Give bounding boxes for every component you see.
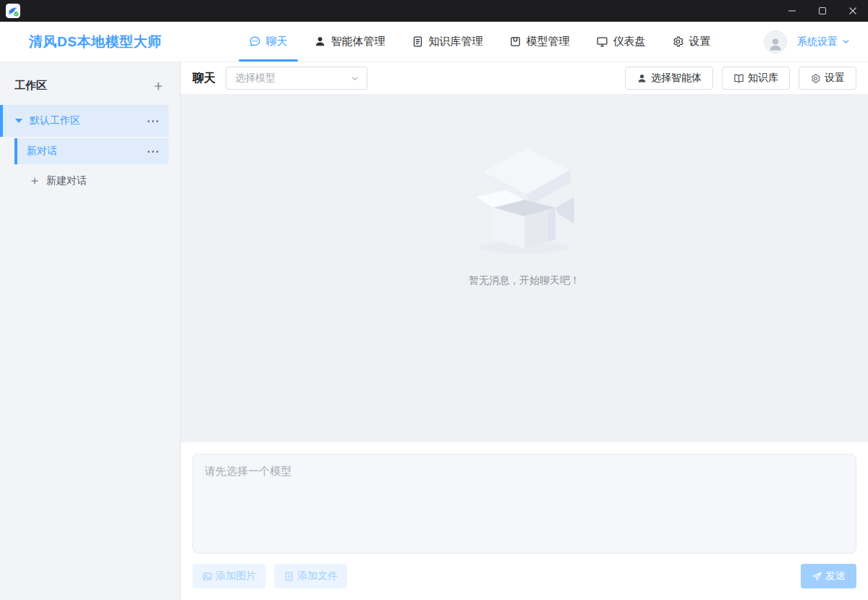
user-icon xyxy=(314,35,326,48)
monitor-icon xyxy=(596,35,608,48)
sidebar-item-conversation[interactable]: 新对话 xyxy=(14,138,169,164)
sidebar: 工作区 默认工作区 新对话 新建对话 xyxy=(0,62,181,600)
sidebar-item-workspace[interactable]: 默认工作区 xyxy=(0,105,169,137)
chat-settings-button[interactable]: 设置 xyxy=(799,67,856,90)
model-select[interactable]: 选择模型 xyxy=(226,67,367,90)
chat-toolbar: 聊天 选择模型 选择智能体 知识库 设置 xyxy=(181,62,868,95)
app-header: 清风DS本地模型大师 聊天 智能体管理 知识库管理 模型管理 仪表盘 xyxy=(0,22,868,62)
tab-label: 设置 xyxy=(689,35,711,48)
tab-label: 仪表盘 xyxy=(613,35,646,48)
chat-bubble-icon xyxy=(249,35,261,48)
tab-label: 聊天 xyxy=(266,35,288,48)
maximize-button[interactable] xyxy=(807,0,838,22)
empty-state-text: 暂无消息，开始聊天吧！ xyxy=(469,274,580,287)
empty-box-illustration xyxy=(463,141,586,255)
paper-plane-icon xyxy=(812,571,822,582)
add-image-label: 添加图片 xyxy=(216,570,256,583)
send-button[interactable]: 发送 xyxy=(801,564,856,588)
model-select-placeholder: 选择模型 xyxy=(235,72,350,85)
avatar[interactable] xyxy=(764,30,787,54)
tab-dashboard[interactable]: 仪表盘 xyxy=(595,22,647,62)
composer-footer: 添加图片 添加文件 发送 xyxy=(192,564,856,588)
new-conversation-button[interactable]: 新建对话 xyxy=(0,164,180,198)
sidebar-header: 工作区 xyxy=(0,62,180,105)
gear-icon xyxy=(810,73,821,84)
box-icon xyxy=(509,35,522,48)
tab-settings[interactable]: 设置 xyxy=(671,22,712,62)
conversation-menu-button[interactable] xyxy=(148,148,158,156)
tab-agent-management[interactable]: 智能体管理 xyxy=(312,22,387,62)
caret-down-icon xyxy=(15,119,22,123)
close-button[interactable] xyxy=(838,0,868,22)
chevron-down-icon xyxy=(350,74,359,83)
close-icon xyxy=(848,7,857,15)
tab-label: 知识库管理 xyxy=(429,35,483,48)
tab-model-management[interactable]: 模型管理 xyxy=(508,22,571,62)
main-nav: 聊天 智能体管理 知识库管理 模型管理 仪表盘 设置 xyxy=(247,22,712,62)
knowledge-base-label: 知识库 xyxy=(748,72,778,85)
add-image-button[interactable]: 添加图片 xyxy=(192,564,265,588)
app-title: 清风DS本地模型大师 xyxy=(29,33,195,51)
open-book-icon xyxy=(733,73,744,84)
tab-label: 智能体管理 xyxy=(331,35,386,48)
person-icon xyxy=(767,35,784,53)
header-right: 系统设置 xyxy=(764,30,851,54)
tab-label: 模型管理 xyxy=(527,35,570,48)
add-workspace-button[interactable] xyxy=(153,80,164,92)
select-agent-label: 选择智能体 xyxy=(651,72,702,85)
select-agent-button[interactable]: 选择智能体 xyxy=(625,67,713,90)
minimize-icon xyxy=(788,7,796,15)
titlebar xyxy=(0,0,868,22)
send-label: 发送 xyxy=(825,570,846,583)
picture-icon xyxy=(202,571,213,582)
chat-settings-label: 设置 xyxy=(825,72,845,85)
workspace-menu-button[interactable] xyxy=(148,117,158,125)
minimize-button[interactable] xyxy=(777,0,807,22)
maximize-icon xyxy=(818,7,827,15)
message-input[interactable] xyxy=(192,454,856,554)
chat-panel: 聊天 选择模型 选择智能体 知识库 设置 xyxy=(181,62,868,600)
message-area: 暂无消息，开始聊天吧！ xyxy=(181,95,868,442)
toolbar-actions: 选择智能体 知识库 设置 xyxy=(625,67,856,90)
system-settings-button[interactable]: 系统设置 xyxy=(797,35,851,48)
workspace-label: 默认工作区 xyxy=(30,114,148,127)
user-icon xyxy=(637,73,647,84)
document-icon xyxy=(412,35,424,48)
window-controls xyxy=(777,0,868,22)
app-logo-icon xyxy=(6,4,20,18)
chevron-down-icon xyxy=(841,37,851,46)
plus-icon xyxy=(153,80,164,92)
plus-icon xyxy=(30,176,40,186)
new-conversation-label: 新建对话 xyxy=(46,174,87,187)
chat-title: 聊天 xyxy=(192,71,216,86)
add-file-button[interactable]: 添加文件 xyxy=(274,564,347,588)
knowledge-base-button[interactable]: 知识库 xyxy=(722,67,790,90)
gear-icon xyxy=(672,35,684,48)
app-window: 清风DS本地模型大师 聊天 智能体管理 知识库管理 模型管理 仪表盘 xyxy=(0,0,868,600)
tab-chat[interactable]: 聊天 xyxy=(247,22,289,62)
tab-knowledge-management[interactable]: 知识库管理 xyxy=(410,22,485,62)
add-file-label: 添加文件 xyxy=(297,570,338,583)
system-settings-label: 系统设置 xyxy=(797,35,838,48)
app-body: 工作区 默认工作区 新对话 新建对话 聊天 xyxy=(0,62,868,600)
workspace-section-title: 工作区 xyxy=(14,79,47,93)
composer: 添加图片 添加文件 发送 xyxy=(181,442,868,600)
file-icon xyxy=(284,571,294,582)
conversation-label: 新对话 xyxy=(27,145,148,158)
